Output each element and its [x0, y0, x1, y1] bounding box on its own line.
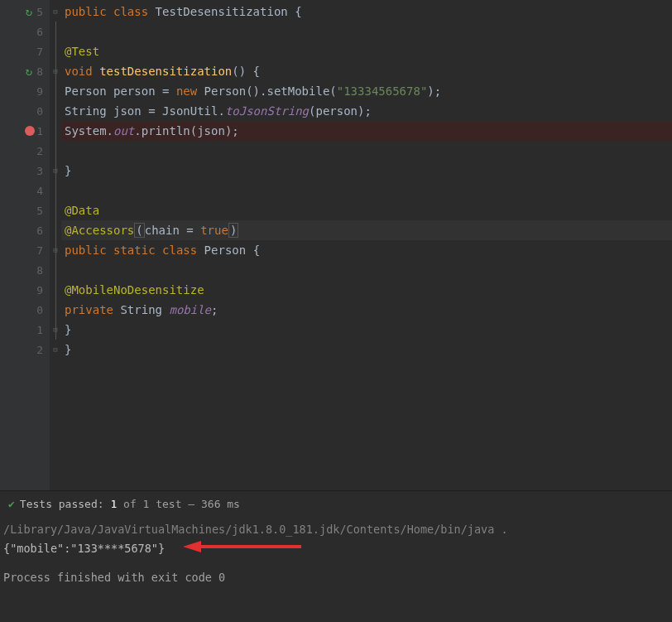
console-output[interactable]: /Library/Java/JavaVirtualMachines/jdk1.8… [0, 517, 672, 595]
line-number: 0 [36, 304, 43, 316]
fold-toggle-icon[interactable]: ⊟ [53, 7, 57, 16]
code-line[interactable] [61, 22, 672, 41]
fold-toggle-icon[interactable]: ⊟ [53, 67, 57, 75]
test-status-bar: ✔ Tests passed: 1 of 1 test – 366 ms [0, 491, 672, 517]
line-number: 8 [36, 65, 43, 78]
line-number: 9 [36, 284, 43, 297]
fold-column: ⊟ ⊟ ⊟ ⊟ ⊟ ⊟ [50, 0, 61, 490]
code-line-caret[interactable]: @Accessors(chain = true) [61, 220, 672, 240]
code-line[interactable]: void testDesensitization() { [61, 61, 672, 81]
tests-total-text: of 1 test – 366 ms [117, 498, 240, 510]
run-gutter-icon[interactable]: ↻ [23, 6, 35, 17]
console-json-output: {"mobile":"133****5678"} [3, 539, 165, 557]
code-line-breakpoint[interactable]: System.out.println(json); [61, 121, 672, 141]
line-number: 2 [36, 344, 43, 356]
line-number: 7 [36, 244, 43, 257]
line-number: 7 [36, 46, 43, 58]
line-number: 2 [36, 145, 43, 157]
code-line[interactable]: } [61, 340, 672, 359]
line-number: 5 [36, 6, 43, 18]
svg-marker-1 [183, 541, 201, 552]
code-line[interactable] [61, 141, 672, 161]
fold-end-icon[interactable]: ⊟ [53, 325, 57, 334]
console-exit-line: Process finished with exit code 0 [3, 568, 664, 586]
line-number: 6 [36, 224, 43, 237]
code-line[interactable] [61, 181, 672, 200]
line-number: 4 [36, 185, 43, 197]
line-number: 8 [36, 264, 43, 277]
code-line[interactable]: @Data [61, 200, 672, 220]
breakpoint-icon[interactable] [25, 126, 35, 136]
tests-passed-label: Tests passed: [20, 498, 104, 510]
run-console-panel: ✔ Tests passed: 1 of 1 test – 366 ms /Li… [0, 490, 672, 595]
gutter: 5↻ 6 7 8↻ 9 0 1 2 3 4 5 6 7 8 9 0 1 2 [0, 0, 50, 490]
code-line[interactable]: } [61, 161, 672, 181]
code-line[interactable]: public class TestDesensitization { [61, 2, 672, 22]
code-line[interactable]: private String mobile; [61, 300, 672, 320]
code-line[interactable]: @MobileNoDesensitize [61, 280, 672, 300]
line-number: 9 [36, 85, 43, 98]
code-lines[interactable]: public class TestDesensitization { @Test… [61, 0, 672, 490]
fold-end-icon[interactable]: ⊟ [53, 345, 57, 354]
line-number: 1 [36, 125, 43, 137]
code-line[interactable]: String json = JsonUtil.toJsonString(pers… [61, 101, 672, 121]
line-number: 3 [36, 165, 43, 177]
code-line[interactable]: } [61, 320, 672, 340]
fold-end-icon[interactable]: ⊟ [53, 166, 57, 175]
console-command-line: /Library/Java/JavaVirtualMachines/jdk1.8… [3, 520, 664, 538]
fold-toggle-icon[interactable]: ⊟ [53, 246, 57, 254]
line-number: 0 [36, 105, 43, 118]
run-gutter-icon[interactable]: ↻ [23, 65, 35, 77]
line-number: 6 [36, 26, 43, 38]
line-number: 1 [36, 324, 43, 336]
code-editor[interactable]: 5↻ 6 7 8↻ 9 0 1 2 3 4 5 6 7 8 9 0 1 2 ⊟ … [0, 0, 672, 490]
arrow-annotation-icon [181, 538, 305, 560]
code-line[interactable]: @Test [61, 41, 672, 61]
check-icon: ✔ [8, 498, 15, 510]
line-number: 5 [36, 205, 43, 217]
code-line[interactable]: public static class Person { [61, 240, 672, 260]
code-line[interactable]: Person person = new Person().setMobile("… [61, 81, 672, 101]
code-line[interactable] [61, 260, 672, 280]
